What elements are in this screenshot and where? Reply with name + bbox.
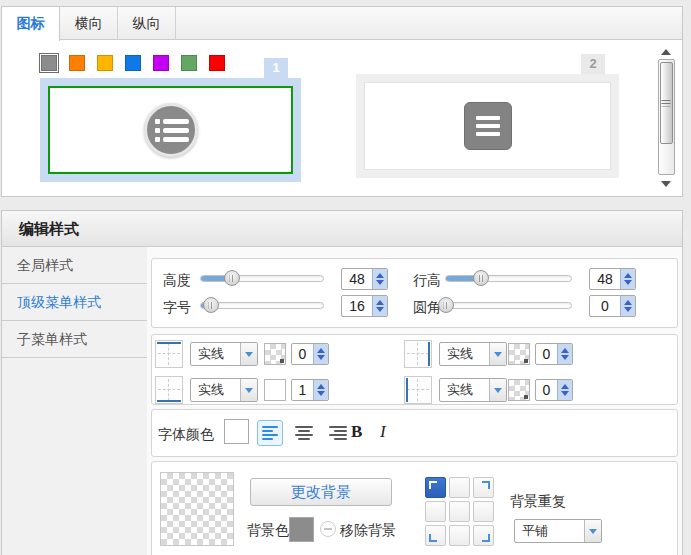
change-background-button[interactable]: 更改背景 — [250, 478, 392, 506]
height-label: 高度 — [163, 272, 191, 290]
border-right-icon — [404, 340, 432, 368]
line-height-stepper[interactable]: 48 — [589, 268, 636, 290]
font-size-slider[interactable] — [200, 302, 324, 309]
scroll-thumb[interactable] — [660, 62, 673, 144]
radius-slider-knob[interactable] — [438, 297, 454, 313]
height-slider[interactable] — [200, 275, 324, 282]
palette-amber[interactable] — [97, 55, 113, 71]
position-middle-left[interactable] — [425, 501, 446, 522]
dropdown-arrow-icon[interactable] — [489, 343, 506, 365]
border-top-style-dropdown[interactable]: 实线 — [190, 342, 258, 366]
palette-gray[interactable] — [41, 55, 57, 71]
menu-style-editor: 图标 横向 纵向 1 2 — [0, 0, 691, 555]
position-center[interactable] — [449, 501, 470, 522]
font-size-stepper-arrows[interactable] — [372, 296, 387, 316]
border-right-color-swatch[interactable] — [508, 343, 530, 365]
sidebar-item-submenu-style[interactable]: 子菜单样式 — [2, 321, 147, 358]
tab-vertical[interactable]: 纵向 — [118, 7, 176, 40]
circle-menu-icon — [144, 103, 198, 157]
border-top-color-swatch[interactable] — [264, 343, 286, 365]
border-bottom-icon — [155, 376, 183, 404]
scroll-down-icon[interactable] — [661, 181, 671, 187]
dropdown-arrow-icon[interactable] — [489, 379, 506, 401]
border-right-stepper-arrows[interactable] — [557, 344, 572, 364]
background-color-label: 背景色 — [247, 522, 289, 540]
position-bottom-left[interactable] — [425, 525, 446, 546]
dropdown-arrow-icon[interactable] — [584, 520, 601, 542]
font-size-label: 字号 — [163, 299, 191, 317]
border-top-icon — [155, 340, 183, 368]
bold-button[interactable]: B — [351, 422, 362, 442]
align-left-button[interactable] — [257, 420, 283, 446]
border-bottom-stepper-arrows[interactable] — [313, 380, 328, 400]
palette-orange[interactable] — [69, 55, 85, 71]
border-top-width-stepper[interactable]: 0 — [291, 343, 329, 365]
sidebar-item-top-menu-style[interactable]: 顶级菜单样式 — [2, 284, 147, 321]
position-middle-right[interactable] — [473, 501, 494, 522]
position-top-right[interactable] — [473, 477, 494, 498]
border-bottom-style-dropdown[interactable]: 实线 — [190, 378, 258, 402]
font-color-swatch[interactable] — [224, 419, 249, 444]
background-repeat-dropdown[interactable]: 平铺 — [514, 519, 602, 543]
scroll-up-icon[interactable] — [661, 49, 671, 55]
position-top-center[interactable] — [449, 477, 470, 498]
scroll-track[interactable] — [658, 59, 675, 175]
sidebar-item-global-style[interactable]: 全局样式 — [2, 247, 147, 284]
position-bottom-right[interactable] — [473, 525, 494, 546]
style-preview-2[interactable]: 2 — [356, 74, 619, 178]
font-size-stepper[interactable]: 16 — [341, 295, 388, 317]
square-menu-icon — [464, 102, 512, 150]
background-position-grid — [425, 477, 494, 546]
height-slider-knob[interactable] — [224, 270, 240, 286]
radius-stepper-arrows[interactable] — [620, 296, 635, 316]
font-group: 字体颜色 B I — [151, 409, 678, 457]
line-height-slider-knob[interactable] — [473, 270, 489, 286]
preview-2-canvas — [364, 82, 611, 170]
position-top-left[interactable] — [425, 477, 446, 498]
style-preview-1[interactable]: 1 — [40, 78, 301, 182]
tab-horizontal[interactable]: 横向 — [60, 7, 118, 40]
border-left-color-swatch[interactable] — [508, 379, 530, 401]
radius-slider[interactable] — [445, 302, 572, 309]
palette-blue[interactable] — [125, 55, 141, 71]
preview-2-badge: 2 — [581, 54, 605, 74]
preview-picker-panel: 图标 横向 纵向 1 2 — [1, 6, 683, 197]
border-right-width-stepper[interactable]: 0 — [535, 343, 573, 365]
align-right-button[interactable] — [325, 420, 351, 446]
border-left-stepper-arrows[interactable] — [557, 380, 572, 400]
line-height-label: 行高 — [413, 272, 441, 290]
font-size-slider-knob[interactable] — [203, 297, 219, 313]
line-height-slider[interactable] — [445, 275, 572, 282]
border-bottom-width-stepper[interactable]: 1 — [291, 379, 329, 401]
dropdown-arrow-icon[interactable] — [240, 343, 257, 365]
palette-magenta[interactable] — [153, 55, 169, 71]
edit-style-panel: 编辑样式 全局样式 顶级菜单样式 子菜单样式 高度 48 行高 48 — [1, 210, 683, 555]
background-color-swatch[interactable] — [289, 517, 314, 542]
remove-background-icon[interactable] — [320, 521, 336, 537]
italic-button[interactable]: I — [380, 422, 386, 442]
font-color-label: 字体颜色 — [158, 426, 214, 444]
scroll-grip-icon — [662, 100, 671, 107]
border-bottom-color-swatch[interactable] — [264, 379, 286, 401]
border-left-style-dropdown[interactable]: 实线 — [439, 378, 507, 402]
remove-background-label[interactable]: 移除背景 — [340, 522, 396, 540]
dropdown-arrow-icon[interactable] — [240, 379, 257, 401]
position-bottom-center[interactable] — [449, 525, 470, 546]
tab-icon[interactable]: 图标 — [2, 7, 60, 41]
align-center-button[interactable] — [291, 420, 317, 446]
radius-label: 圆角 — [413, 299, 441, 317]
background-preview — [160, 472, 234, 546]
border-top-stepper-arrows[interactable] — [313, 344, 328, 364]
preview-scrollbar[interactable] — [655, 43, 677, 193]
line-height-stepper-arrows[interactable] — [620, 269, 635, 289]
borders-group: 实线 0 实线 1 实线 — [151, 334, 678, 405]
edit-style-header: 编辑样式 — [2, 211, 682, 247]
palette-green[interactable] — [181, 55, 197, 71]
height-stepper[interactable]: 48 — [341, 268, 388, 290]
border-left-width-stepper[interactable]: 0 — [535, 379, 573, 401]
palette-red[interactable] — [209, 55, 225, 71]
border-right-style-dropdown[interactable]: 实线 — [439, 342, 507, 366]
height-stepper-arrows[interactable] — [372, 269, 387, 289]
radius-stepper[interactable]: 0 — [589, 295, 636, 317]
background-group: 更改背景 背景色 移除背景 背景重复 平铺 — [151, 461, 678, 555]
